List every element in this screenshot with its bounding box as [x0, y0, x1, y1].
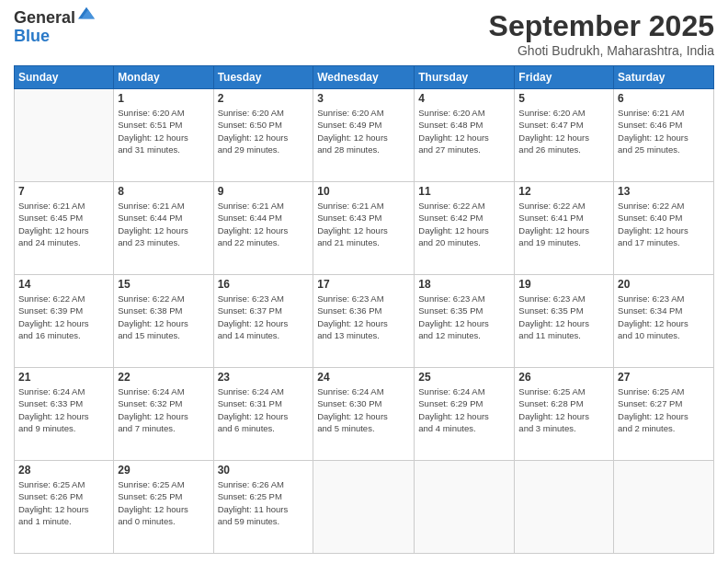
day-number: 5	[518, 92, 609, 105]
calendar-cell: 14Sunrise: 6:22 AM Sunset: 6:39 PM Dayli…	[15, 275, 114, 368]
calendar-cell: 7Sunrise: 6:21 AM Sunset: 6:45 PM Daylig…	[15, 182, 114, 275]
day-number: 1	[118, 92, 209, 105]
day-info: Sunrise: 6:20 AM Sunset: 6:47 PM Dayligh…	[518, 107, 609, 155]
day-number: 2	[218, 92, 310, 105]
calendar-week-row: 7Sunrise: 6:21 AM Sunset: 6:45 PM Daylig…	[15, 182, 714, 275]
day-info: Sunrise: 6:24 AM Sunset: 6:32 PM Dayligh…	[118, 385, 209, 434]
day-number: 26	[518, 371, 609, 384]
calendar-cell: 3Sunrise: 6:20 AM Sunset: 6:49 PM Daylig…	[313, 89, 415, 182]
day-number: 16	[218, 278, 310, 291]
calendar-cell: 13Sunrise: 6:22 AM Sunset: 6:40 PM Dayli…	[614, 182, 714, 275]
day-info: Sunrise: 6:24 AM Sunset: 6:33 PM Dayligh…	[18, 385, 109, 434]
calendar-week-row: 14Sunrise: 6:22 AM Sunset: 6:39 PM Dayli…	[15, 275, 714, 368]
day-number: 3	[317, 92, 410, 105]
logo-icon	[78, 6, 95, 22]
day-number: 24	[317, 371, 410, 384]
day-number: 10	[317, 185, 410, 198]
day-info: Sunrise: 6:25 AM Sunset: 6:26 PM Dayligh…	[18, 478, 109, 527]
day-info: Sunrise: 6:22 AM Sunset: 6:41 PM Dayligh…	[518, 200, 609, 248]
day-info: Sunrise: 6:25 AM Sunset: 6:27 PM Dayligh…	[618, 385, 710, 434]
calendar-week-row: 1Sunrise: 6:20 AM Sunset: 6:51 PM Daylig…	[15, 89, 714, 182]
day-info: Sunrise: 6:22 AM Sunset: 6:40 PM Dayligh…	[618, 200, 710, 248]
location: Ghoti Budrukh, Maharashtra, India	[489, 43, 714, 58]
day-info: Sunrise: 6:20 AM Sunset: 6:51 PM Dayligh…	[118, 107, 209, 155]
month-title: September 2025	[489, 9, 714, 43]
day-info: Sunrise: 6:21 AM Sunset: 6:46 PM Dayligh…	[618, 107, 710, 155]
title-block: September 2025 Ghoti Budrukh, Maharashtr…	[489, 9, 714, 58]
page-header: General Blue September 2025 Ghoti Budruk…	[14, 9, 714, 58]
day-info: Sunrise: 6:23 AM Sunset: 6:36 PM Dayligh…	[317, 293, 410, 341]
calendar-cell: 19Sunrise: 6:23 AM Sunset: 6:35 PM Dayli…	[515, 275, 614, 368]
day-info: Sunrise: 6:20 AM Sunset: 6:49 PM Dayligh…	[317, 107, 410, 155]
calendar-cell: 6Sunrise: 6:21 AM Sunset: 6:46 PM Daylig…	[614, 89, 714, 182]
day-info: Sunrise: 6:20 AM Sunset: 6:50 PM Dayligh…	[218, 107, 310, 155]
logo: General Blue	[14, 9, 95, 46]
day-info: Sunrise: 6:25 AM Sunset: 6:28 PM Dayligh…	[518, 385, 609, 434]
day-info: Sunrise: 6:26 AM Sunset: 6:25 PM Dayligh…	[218, 478, 310, 527]
day-info: Sunrise: 6:21 AM Sunset: 6:44 PM Dayligh…	[118, 200, 209, 248]
calendar-cell: 18Sunrise: 6:23 AM Sunset: 6:35 PM Dayli…	[415, 275, 515, 368]
calendar-cell: 2Sunrise: 6:20 AM Sunset: 6:50 PM Daylig…	[213, 89, 313, 182]
day-info: Sunrise: 6:20 AM Sunset: 6:48 PM Dayligh…	[418, 107, 510, 155]
calendar-cell: 28Sunrise: 6:25 AM Sunset: 6:26 PM Dayli…	[15, 461, 114, 554]
day-info: Sunrise: 6:21 AM Sunset: 6:43 PM Dayligh…	[317, 200, 410, 248]
calendar-week-row: 21Sunrise: 6:24 AM Sunset: 6:33 PM Dayli…	[15, 368, 714, 461]
day-info: Sunrise: 6:25 AM Sunset: 6:25 PM Dayligh…	[118, 478, 209, 527]
calendar-cell: 5Sunrise: 6:20 AM Sunset: 6:47 PM Daylig…	[515, 89, 614, 182]
calendar-cell: 15Sunrise: 6:22 AM Sunset: 6:38 PM Dayli…	[114, 275, 213, 368]
day-number: 8	[118, 185, 209, 198]
day-info: Sunrise: 6:23 AM Sunset: 6:35 PM Dayligh…	[518, 293, 609, 341]
day-number: 30	[218, 464, 310, 477]
weekday-header: Thursday	[415, 66, 515, 89]
calendar-cell: 20Sunrise: 6:23 AM Sunset: 6:34 PM Dayli…	[614, 275, 714, 368]
day-number: 6	[618, 92, 710, 105]
calendar-cell: 11Sunrise: 6:22 AM Sunset: 6:42 PM Dayli…	[415, 182, 515, 275]
day-info: Sunrise: 6:24 AM Sunset: 6:31 PM Dayligh…	[218, 385, 310, 434]
calendar-cell: 10Sunrise: 6:21 AM Sunset: 6:43 PM Dayli…	[313, 182, 415, 275]
calendar-cell: 1Sunrise: 6:20 AM Sunset: 6:51 PM Daylig…	[114, 89, 213, 182]
day-number: 23	[218, 371, 310, 384]
calendar-cell: 23Sunrise: 6:24 AM Sunset: 6:31 PM Dayli…	[213, 368, 313, 461]
calendar-cell: 16Sunrise: 6:23 AM Sunset: 6:37 PM Dayli…	[213, 275, 313, 368]
day-number: 11	[418, 185, 510, 198]
day-info: Sunrise: 6:24 AM Sunset: 6:30 PM Dayligh…	[317, 385, 410, 434]
day-info: Sunrise: 6:22 AM Sunset: 6:42 PM Dayligh…	[418, 200, 510, 248]
calendar-cell: 9Sunrise: 6:21 AM Sunset: 6:44 PM Daylig…	[213, 182, 313, 275]
day-number: 27	[618, 371, 710, 384]
day-number: 28	[18, 464, 109, 477]
calendar-cell	[614, 461, 714, 554]
weekday-header: Tuesday	[213, 66, 313, 89]
day-info: Sunrise: 6:23 AM Sunset: 6:35 PM Dayligh…	[418, 293, 510, 341]
calendar-cell	[515, 461, 614, 554]
weekday-header: Friday	[515, 66, 614, 89]
calendar-cell: 4Sunrise: 6:20 AM Sunset: 6:48 PM Daylig…	[415, 89, 515, 182]
calendar-cell: 24Sunrise: 6:24 AM Sunset: 6:30 PM Dayli…	[313, 368, 415, 461]
day-number: 29	[118, 464, 209, 477]
day-number: 20	[618, 278, 710, 291]
calendar-cell: 17Sunrise: 6:23 AM Sunset: 6:36 PM Dayli…	[313, 275, 415, 368]
calendar-cell	[15, 89, 114, 182]
day-number: 17	[317, 278, 410, 291]
day-number: 13	[618, 185, 710, 198]
day-number: 7	[18, 185, 109, 198]
logo-blue-text: Blue	[14, 28, 95, 46]
day-number: 25	[418, 371, 510, 384]
weekday-header: Monday	[114, 66, 213, 89]
weekday-header-row: SundayMondayTuesdayWednesdayThursdayFrid…	[15, 66, 714, 89]
calendar-cell: 27Sunrise: 6:25 AM Sunset: 6:27 PM Dayli…	[614, 368, 714, 461]
day-info: Sunrise: 6:24 AM Sunset: 6:29 PM Dayligh…	[418, 385, 510, 434]
calendar-cell: 30Sunrise: 6:26 AM Sunset: 6:25 PM Dayli…	[213, 461, 313, 554]
calendar-cell: 22Sunrise: 6:24 AM Sunset: 6:32 PM Dayli…	[114, 368, 213, 461]
day-info: Sunrise: 6:21 AM Sunset: 6:44 PM Dayligh…	[218, 200, 310, 248]
day-info: Sunrise: 6:22 AM Sunset: 6:39 PM Dayligh…	[18, 293, 109, 341]
calendar-cell: 25Sunrise: 6:24 AM Sunset: 6:29 PM Dayli…	[415, 368, 515, 461]
day-number: 19	[518, 278, 609, 291]
day-info: Sunrise: 6:22 AM Sunset: 6:38 PM Dayligh…	[118, 293, 209, 341]
calendar-week-row: 28Sunrise: 6:25 AM Sunset: 6:26 PM Dayli…	[15, 461, 714, 554]
calendar-cell: 29Sunrise: 6:25 AM Sunset: 6:25 PM Dayli…	[114, 461, 213, 554]
day-info: Sunrise: 6:23 AM Sunset: 6:34 PM Dayligh…	[618, 293, 710, 341]
weekday-header: Saturday	[614, 66, 714, 89]
calendar-cell: 12Sunrise: 6:22 AM Sunset: 6:41 PM Dayli…	[515, 182, 614, 275]
day-number: 4	[418, 92, 510, 105]
day-number: 18	[418, 278, 510, 291]
